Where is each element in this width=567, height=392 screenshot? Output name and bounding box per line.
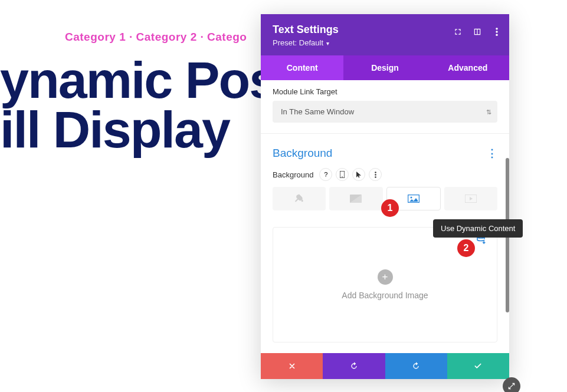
title-line-2: ill Display	[0, 105, 293, 154]
cursor-icon[interactable]	[352, 168, 365, 181]
link-target-value: In The Same Window	[281, 107, 354, 116]
background-section-title[interactable]: Background	[273, 147, 332, 160]
page-background: Category 1 · Category 2 · Catego ynamic …	[0, 0, 293, 154]
expand-icon[interactable]	[453, 27, 462, 36]
link-target-select[interactable]: In The Same Window ⇅	[273, 101, 497, 123]
bg-tab-gradient[interactable]	[329, 187, 382, 210]
preset-value: Default	[299, 38, 323, 47]
expand-fab[interactable]	[503, 377, 520, 392]
page-title: ynamic Post ill Display	[0, 55, 293, 154]
panel-footer	[261, 353, 509, 379]
background-row-label: Background	[273, 170, 313, 179]
help-icon[interactable]: ?	[319, 168, 332, 181]
section-more-icon[interactable]: ⋮	[487, 147, 497, 160]
svg-point-5	[375, 172, 376, 173]
annotation-badge-2: 2	[457, 239, 475, 257]
select-arrow-icon: ⇅	[486, 108, 491, 116]
svg-point-1	[496, 31, 498, 33]
link-section: Module Link Target In The Same Window ⇅	[261, 80, 509, 133]
link-target-label: Module Link Target	[273, 87, 497, 96]
row-more-icon[interactable]	[369, 168, 382, 181]
tab-content[interactable]: Content	[261, 55, 343, 80]
redo-button[interactable]	[385, 353, 447, 379]
dynamic-content-tooltip: Use Dynamic Content	[433, 219, 523, 238]
svg-point-4	[342, 176, 343, 177]
panel-body: Module Link Target In The Same Window ⇅ …	[261, 80, 509, 353]
annotation-badge-1: 1	[381, 199, 399, 217]
undo-button[interactable]	[323, 353, 385, 379]
add-icon: +	[378, 269, 393, 285]
background-controls-row: Background ?	[273, 168, 497, 181]
svg-point-7	[375, 176, 376, 178]
chevron-down-icon: ▾	[325, 40, 329, 47]
svg-point-0	[496, 28, 498, 30]
svg-point-6	[375, 174, 376, 176]
panel-header: Text Settings Preset: Default ▾	[261, 14, 509, 55]
svg-point-2	[496, 34, 498, 36]
more-icon[interactable]	[492, 27, 501, 36]
svg-point-10	[410, 197, 412, 199]
phone-icon[interactable]	[336, 168, 349, 181]
preset-selector[interactable]: Preset: Default ▾	[273, 38, 497, 47]
bg-tab-color[interactable]	[273, 187, 326, 210]
layout-icon[interactable]	[473, 27, 481, 36]
text-settings-panel: Text Settings Preset: Default ▾ Content …	[261, 14, 509, 379]
tab-design[interactable]: Design	[343, 55, 426, 80]
category-breadcrumb: Category 1 · Category 2 · Catego	[0, 31, 293, 44]
cancel-button[interactable]	[261, 353, 323, 379]
dropzone-label: Add Background Image	[342, 291, 428, 300]
save-button[interactable]	[447, 353, 509, 379]
preset-prefix: Preset:	[273, 38, 299, 47]
panel-tabs: Content Design Advanced	[261, 55, 509, 80]
title-line-1: ynamic Post	[0, 55, 293, 105]
bg-tab-video[interactable]	[444, 187, 497, 210]
tab-advanced[interactable]: Advanced	[427, 55, 509, 80]
header-actions	[453, 27, 501, 36]
